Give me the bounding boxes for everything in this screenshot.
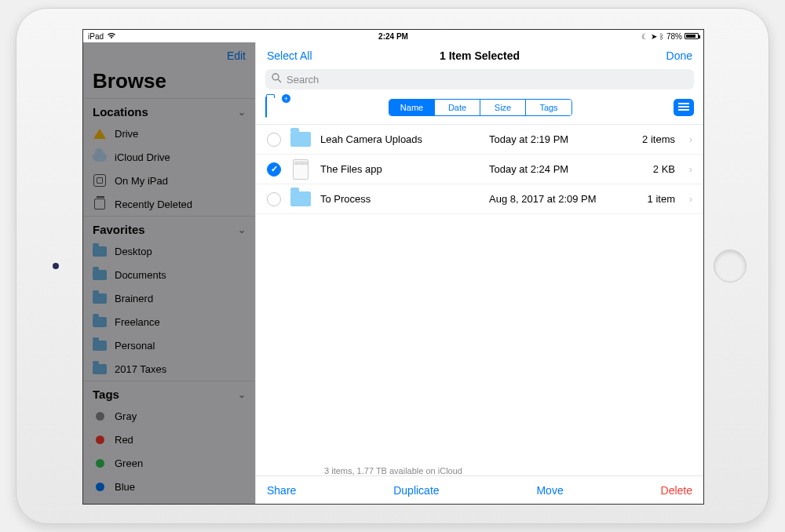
list-icon [678,103,689,112]
sort-size[interactable]: Size [480,100,526,115]
action-bar: Share Duplicate Move Delete [256,476,703,504]
file-size: 2 KB [632,163,675,175]
status-bar: iPad 2:24 PM ☾ ➤ ᛒ 78% [83,30,703,42]
file-row[interactable]: ▒▒▒▒▒▒▒▒▒▒▒▒▒▒ The Files app Today at 2:… [256,155,703,184]
chevron-down-icon: ⌄ [238,389,246,400]
share-button[interactable]: Share [267,484,296,497]
delete-button[interactable]: Delete [661,484,692,497]
folder-icon [93,244,107,258]
select-circle[interactable] [267,192,281,206]
tags-header[interactable]: Tags ⌄ [83,381,255,404]
sidebar-item-label: Documents [115,269,166,281]
sidebar-item-label: Gray [115,410,137,422]
sidebar-item-brainerd[interactable]: Brainerd [83,286,255,310]
edit-button[interactable]: Edit [227,49,246,62]
tag-dot-icon [93,432,107,446]
sidebar-item-label: Freelance [115,316,160,328]
sidebar-item-desktop[interactable]: Desktop [83,239,255,263]
carrier-label: iPad [88,32,104,41]
sort-segmented[interactable]: Name Date Size Tags [389,99,572,116]
sidebar-item-freelance[interactable]: Freelance [83,310,255,333]
sidebar-item-label: Red [115,434,133,446]
new-folder-button[interactable]: + [265,97,287,118]
file-name: Leah Camera Uploads [320,133,480,145]
search-placeholder: Search [287,74,319,86]
file-row[interactable]: Leah Camera Uploads Today at 2:19 PM 2 i… [256,125,703,155]
sidebar-item-recentlydeleted[interactable]: Recently Deleted [83,192,255,216]
file-row[interactable]: To Process Aug 8, 2017 at 2:09 PM 1 item… [256,184,703,214]
browse-title: Browse [83,69,255,98]
pane-title: 1 Item Selected [440,49,520,62]
svg-point-0 [272,74,279,80]
file-name: The Files app [320,163,480,175]
sidebar-tag-blue[interactable]: Blue [83,475,255,498]
sidebar-item-onmyipad[interactable]: On My iPad [83,169,255,192]
sidebar-item-label: Personal [115,340,155,352]
svg-line-1 [278,79,281,82]
file-name: To Process [320,193,480,205]
move-button[interactable]: Move [536,484,563,497]
sidebar-item-label: Recently Deleted [115,199,192,210]
sidebar-item-label: Green [115,457,143,469]
search-input[interactable]: Search [265,69,694,89]
file-size: 2 items [632,133,675,145]
sidebar-tag-gray[interactable]: Gray [83,404,255,428]
ipad-frame: iPad 2:24 PM ☾ ➤ ᛒ 78% Edit Browse [16,8,769,524]
sort-name[interactable]: Name [389,100,435,115]
chevron-right-icon: › [685,163,692,175]
home-button[interactable] [714,250,747,282]
sort-date[interactable]: Date [435,100,480,115]
battery-icon [685,33,699,39]
locations-label: Locations [93,105,148,118]
moon-icon: ☾ [641,32,648,41]
select-circle[interactable] [267,133,281,147]
sidebar-item-drive[interactable]: Drive [83,122,255,145]
sidebar-item-label: Drive [115,128,138,140]
sidebar-tag-orange[interactable]: Orange [83,498,255,504]
sidebar-item-icloud[interactable]: iCloud Drive [83,145,255,169]
select-circle[interactable] [267,162,281,177]
file-date: Today at 2:19 PM [489,133,623,145]
sidebar-tag-green[interactable]: Green [83,451,255,475]
bluetooth-icon: ᛒ [659,32,664,41]
sidebar-tag-red[interactable]: Red [83,428,255,451]
list-toolbar: + Name Date Size Tags [256,94,703,125]
screen: iPad 2:24 PM ☾ ➤ ᛒ 78% Edit Browse [82,29,704,505]
favorites-header[interactable]: Favorites ⌄ [83,216,255,239]
sidebar-item-documents[interactable]: Documents [83,263,255,286]
sidebar-item-label: Desktop [115,246,152,257]
folder-icon [290,189,311,210]
document-icon: ▒▒▒▒▒▒▒▒▒▒▒▒▒▒ [290,159,311,180]
list-view-toggle[interactable] [674,99,694,116]
folder-icon [93,268,107,282]
sidebar-item-2017taxes[interactable]: 2017 Taxes [83,357,255,381]
sidebar-item-label: On My iPad [115,175,168,187]
browse-sidebar: Edit Browse Locations ⌄ Drive iCloud Dri… [83,42,256,504]
duplicate-button[interactable]: Duplicate [393,484,439,497]
tag-dot-icon [93,503,107,504]
folder-icon [93,315,107,329]
locations-header[interactable]: Locations ⌄ [83,98,255,122]
folder-icon [290,129,311,150]
trash-icon [93,197,107,211]
status-time: 2:24 PM [378,32,408,41]
select-all-button[interactable]: Select All [267,49,312,62]
sidebar-item-personal[interactable]: Personal [83,333,255,357]
folder-icon [93,338,107,352]
pane-toolbar: Select All 1 Item Selected Done [256,42,703,69]
sort-tags[interactable]: Tags [526,100,571,115]
chevron-right-icon: › [685,133,692,145]
sidebar-item-label: iCloud Drive [115,151,170,163]
tag-dot-icon [93,409,107,423]
gdrive-icon [93,126,107,140]
file-date: Today at 2:24 PM [489,163,623,175]
folder-icon [93,362,107,376]
icloud-icon [93,150,107,164]
done-button[interactable]: Done [666,49,692,62]
battery-pct: 78% [666,32,682,41]
sidebar-item-label: Blue [115,481,135,493]
file-list: Leah Camera Uploads Today at 2:19 PM 2 i… [256,125,703,476]
favorites-label: Favorites [93,223,145,236]
content-pane: Select All 1 Item Selected Done Search + [256,42,703,504]
file-size: 1 item [632,193,675,205]
